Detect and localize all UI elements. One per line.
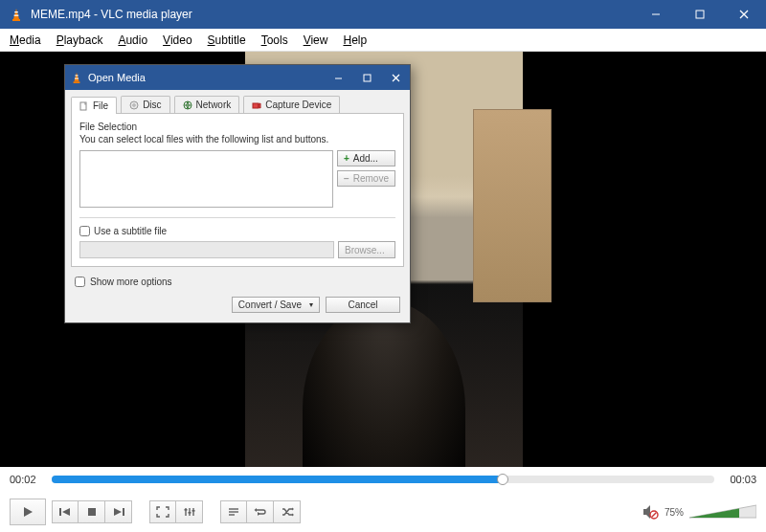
svg-rect-9 [74, 81, 80, 83]
chevron-down-icon: ▾ [309, 300, 313, 309]
menu-playback[interactable]: Playback [56, 33, 103, 47]
svg-marker-0 [13, 9, 19, 19]
subtitle-path-field [79, 241, 334, 258]
disc-icon [129, 100, 139, 110]
svg-point-18 [133, 103, 135, 105]
svg-rect-33 [188, 512, 191, 514]
window-minimize-button[interactable] [634, 0, 678, 29]
menubar: Media Playback Audio Video Subtitle Tool… [0, 29, 766, 52]
use-subtitle-label: Use a subtitle file [94, 226, 167, 236]
svg-marker-23 [24, 507, 33, 517]
add-button[interactable]: +Add... [337, 150, 395, 166]
file-list[interactable] [79, 150, 333, 208]
svg-rect-34 [192, 510, 194, 512]
dialog-title: Open Media [88, 72, 146, 83]
total-time[interactable]: 00:03 [722, 474, 756, 485]
window-close-button[interactable] [722, 0, 766, 29]
svg-rect-5 [696, 11, 704, 18]
separator [79, 217, 395, 218]
seek-track[interactable] [52, 476, 714, 483]
menu-media[interactable]: Media [10, 33, 41, 47]
menu-help[interactable]: Help [343, 33, 367, 47]
capture-icon [252, 100, 261, 110]
menu-subtitle[interactable]: Subtitle [208, 33, 246, 47]
svg-marker-41 [292, 514, 294, 517]
svg-rect-32 [184, 509, 187, 511]
svg-rect-1 [12, 19, 20, 21]
dialog-maximize-button[interactable] [352, 65, 381, 90]
network-icon [183, 100, 192, 110]
tab-network[interactable]: Network [174, 96, 240, 113]
tab-capture[interactable]: Capture Device [243, 96, 340, 113]
use-subtitle-checkbox[interactable] [79, 226, 90, 236]
svg-marker-42 [643, 505, 650, 519]
stop-button[interactable] [79, 500, 105, 523]
open-media-dialog: Open Media File Disc Network Ca [64, 64, 411, 323]
tab-file[interactable]: File [71, 97, 117, 114]
seek-bar: 00:02 00:03 [0, 467, 766, 492]
file-panel: File Selection You can select local file… [71, 113, 404, 267]
video-area[interactable]: Open Media File Disc Network Ca [0, 52, 766, 467]
svg-marker-22 [259, 103, 260, 108]
volume-percent: 75% [665, 507, 684, 518]
file-icon [79, 101, 89, 111]
minus-icon: − [344, 173, 349, 184]
svg-marker-27 [114, 508, 122, 516]
menu-audio[interactable]: Audio [118, 33, 147, 47]
svg-rect-26 [88, 508, 96, 516]
svg-marker-39 [258, 512, 260, 516]
svg-marker-8 [74, 73, 79, 81]
svg-rect-10 [75, 75, 78, 76]
window-titlebar: MEME.mp4 - VLC media player [0, 0, 766, 29]
svg-marker-40 [292, 508, 294, 511]
svg-rect-24 [59, 508, 61, 516]
browse-button[interactable]: Browse... [338, 241, 395, 258]
cancel-button[interactable]: Cancel [326, 297, 400, 313]
playlist-button[interactable] [220, 500, 247, 523]
dialog-close-button[interactable] [381, 65, 410, 90]
menu-tools[interactable]: Tools [261, 33, 288, 47]
svg-rect-3 [14, 15, 19, 16]
seek-knob[interactable] [497, 474, 508, 485]
seek-fill [52, 476, 503, 483]
svg-rect-2 [14, 11, 18, 12]
convert-save-button[interactable]: Convert / Save ▾ [232, 297, 320, 313]
next-button[interactable] [105, 500, 132, 523]
plus-icon: + [344, 153, 349, 164]
svg-marker-38 [254, 508, 257, 512]
tab-disc[interactable]: Disc [121, 96, 169, 113]
svg-rect-13 [364, 75, 371, 81]
mute-button[interactable] [642, 503, 659, 521]
show-more-options-label: Show more options [90, 277, 172, 287]
vlc-cone-icon [71, 72, 82, 83]
menu-view[interactable]: View [304, 33, 328, 47]
vlc-cone-icon [10, 8, 23, 21]
svg-rect-28 [123, 508, 124, 516]
controls-bar: 75% [0, 492, 766, 532]
play-button[interactable] [10, 499, 46, 525]
volume-control: 75% [642, 503, 756, 521]
show-more-options-checkbox[interactable] [75, 277, 85, 287]
loop-button[interactable] [247, 500, 274, 523]
svg-rect-11 [75, 78, 79, 78]
fullscreen-button[interactable] [149, 500, 176, 523]
file-selection-label: File Selection [79, 122, 395, 132]
volume-slider[interactable] [689, 503, 756, 521]
previous-button[interactable] [52, 500, 79, 523]
window-title: MEME.mp4 - VLC media player [31, 8, 192, 21]
menu-video[interactable]: Video [163, 33, 192, 47]
dialog-titlebar: Open Media [65, 65, 410, 90]
window-maximize-button[interactable] [678, 0, 722, 29]
remove-button[interactable]: −Remove [337, 170, 395, 187]
svg-marker-25 [62, 508, 70, 516]
dialog-tabs: File Disc Network Capture Device [65, 90, 410, 113]
svg-rect-21 [253, 103, 259, 108]
elapsed-time[interactable]: 00:02 [10, 474, 44, 485]
extended-settings-button[interactable] [176, 500, 203, 523]
file-selection-hint: You can select local files with the foll… [79, 134, 395, 144]
shuffle-button[interactable] [274, 500, 301, 523]
dialog-minimize-button[interactable] [324, 65, 352, 90]
